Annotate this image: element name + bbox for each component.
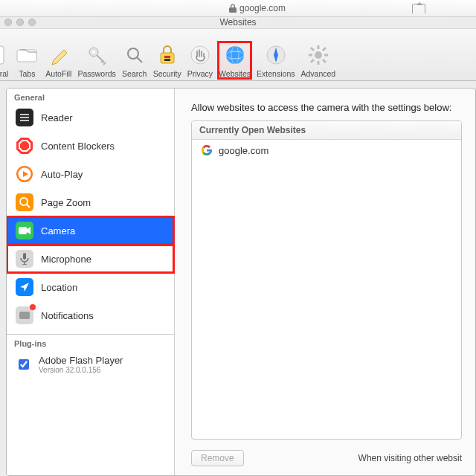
microphone-icon: [20, 253, 29, 265]
compass-icon: [263, 42, 289, 68]
window-titlebar: Websites: [0, 17, 476, 29]
sidebar-item-label: Page Zoom: [41, 197, 91, 208]
globe-icon: [222, 42, 248, 68]
sidebar-item-content-blockers[interactable]: Content Blockers: [7, 132, 174, 160]
sidebar-item-label: Notifications: [41, 310, 94, 321]
toolbar-label: General: [0, 69, 8, 78]
sidebar-item-reader[interactable]: Reader: [7, 103, 174, 132]
toolbar-label: AutoFill: [45, 69, 71, 78]
sidebar-item-label: Reader: [41, 112, 73, 123]
group-title: Plug-ins: [7, 335, 174, 350]
prefs-toolbar: General Tabs AutoFill Passwords Search S…: [0, 29, 476, 81]
svg-rect-27: [19, 312, 30, 319]
toolbar-label: Security: [153, 69, 181, 78]
websites-content: Allow websites to access the camera with…: [175, 89, 475, 475]
camera-icon: [19, 226, 30, 235]
remove-button[interactable]: Remove: [191, 450, 244, 466]
play-icon: [16, 165, 33, 183]
sidebar-item-label: Auto-Play: [41, 169, 83, 180]
sidebar-item-label: Location: [41, 282, 77, 293]
list-header: Currently Open Websites: [192, 121, 461, 140]
sidebar-group-plugins: Plug-ins Adobe Flash Player Version 32.0…: [7, 335, 174, 384]
toolbar-label: Websites: [219, 69, 251, 78]
svg-rect-11: [164, 56, 170, 58]
toolbar-general[interactable]: General: [0, 42, 8, 78]
footer-hint: When visiting other websit: [358, 453, 462, 463]
svg-rect-25: [19, 227, 27, 234]
window-title: Websites: [219, 17, 256, 28]
sidebar-item-microphone[interactable]: Microphone: [7, 245, 174, 273]
sidebar-item-page-zoom[interactable]: Page Zoom: [7, 188, 174, 216]
toolbar-label: Advanced: [300, 69, 335, 78]
content-description: Allow websites to access the camera with…: [191, 102, 462, 113]
svg-rect-12: [164, 59, 170, 61]
svg-point-18: [315, 51, 322, 59]
svg-rect-0: [0, 46, 4, 64]
svg-marker-21: [20, 141, 29, 150]
padlock-warning-icon: [155, 42, 180, 68]
gear-grid-icon: [0, 42, 7, 68]
toolbar-privacy[interactable]: Privacy: [187, 42, 213, 78]
pencil-icon: [46, 42, 71, 68]
toolbar-advanced[interactable]: Advanced: [300, 42, 335, 78]
toolbar-tabs[interactable]: Tabs: [14, 42, 39, 78]
sidebar-item-subtitle: Version 32.0.0.156: [39, 366, 123, 374]
toolbar-label: Tabs: [19, 69, 35, 78]
zoom-icon: [19, 196, 30, 208]
sidebar-item-location[interactable]: Location: [7, 273, 174, 301]
group-title: General: [7, 89, 174, 103]
sidebar-item-label: Microphone: [41, 254, 91, 265]
svg-rect-6: [17, 50, 36, 62]
google-favicon: [201, 144, 213, 156]
sidebar-item-auto-play[interactable]: Auto-Play: [7, 160, 174, 188]
toolbar-passwords[interactable]: Passwords: [77, 42, 115, 78]
badge-dot: [30, 304, 36, 310]
gear-icon: [306, 42, 331, 68]
sidebar-item-notifications[interactable]: Notifications: [7, 301, 174, 329]
stop-icon: [16, 137, 33, 155]
address-url: google.com: [229, 3, 286, 13]
svg-point-14: [226, 46, 244, 64]
websites-sidebar: General Reader Content Blockers Auto-Pla…: [7, 89, 175, 475]
open-websites-list: Currently Open Websites google.com: [191, 120, 462, 440]
toolbar-extensions[interactable]: Extensions: [257, 42, 295, 78]
share-icon[interactable]: [412, 4, 425, 13]
toolbar-label: Privacy: [187, 69, 213, 78]
svg-point-8: [92, 51, 95, 54]
sidebar-item-camera[interactable]: Camera: [7, 216, 174, 245]
toolbar-security[interactable]: Security: [153, 42, 181, 78]
search-icon: [122, 42, 147, 68]
key-icon: [84, 42, 109, 68]
lock-icon: [229, 4, 237, 13]
reader-icon: [19, 113, 30, 122]
svg-rect-26: [23, 253, 26, 260]
toolbar-label: Passwords: [77, 69, 115, 78]
sidebar-item-label: Camera: [41, 225, 75, 237]
website-host: google.com: [219, 145, 268, 156]
hand-icon: [187, 42, 213, 68]
sidebar-item-label: Content Blockers: [41, 141, 115, 152]
toolbar-label: Extensions: [257, 69, 295, 78]
content-footer: Remove When visiting other websit: [191, 447, 462, 466]
traffic-lights[interactable]: [4, 19, 36, 26]
browser-address-bar: google.com: [0, 0, 476, 17]
sidebar-group-general: General Reader Content Blockers Auto-Pla…: [7, 89, 174, 335]
plugin-checkbox[interactable]: [19, 359, 29, 370]
sidebar-item-flash[interactable]: Adobe Flash Player Version 32.0.0.156: [7, 350, 174, 379]
toolbar-label: Search: [122, 69, 147, 78]
tabs-icon: [14, 42, 39, 68]
toolbar-autofill[interactable]: AutoFill: [45, 42, 71, 78]
svg-point-24: [20, 198, 28, 205]
svg-point-9: [128, 48, 138, 59]
sidebar-item-label: Adobe Flash Player: [39, 355, 123, 366]
websites-panel: General Reader Content Blockers Auto-Pla…: [6, 88, 476, 476]
notification-icon: [19, 311, 30, 320]
toolbar-search[interactable]: Search: [122, 42, 147, 78]
location-icon: [19, 282, 30, 292]
website-row[interactable]: google.com: [192, 140, 461, 161]
toolbar-websites[interactable]: Websites: [219, 42, 251, 78]
